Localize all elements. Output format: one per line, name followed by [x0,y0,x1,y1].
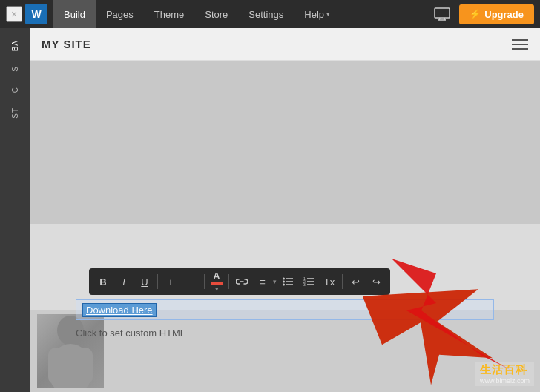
toolbar-divider-3 [228,274,229,289]
svg-point-6 [283,281,285,283]
svg-point-8 [283,284,285,286]
align-button[interactable]: ≡ [253,271,272,292]
toolbar-divider-1 [157,274,158,289]
sidebar-tab-s[interactable]: S [8,60,22,78]
nav-items: Build Pages Theme Store Settings Help ▾ [53,0,428,28]
content-area: BA S C ST MY SITE B I U + − [0,28,540,392]
canvas-image [37,314,104,388]
watermark: 生活百科 www.bimeiz.com [475,362,534,386]
svg-point-4 [283,278,285,280]
formatting-toolbar: B I U + − A ▾ ≡ [89,268,390,295]
nav-item-build[interactable]: Build [53,0,96,28]
align-dropdown-arrow: ▾ [273,278,277,285]
list-ordered-button[interactable]: 1. 2. 3. [299,271,318,292]
toolbar-divider-4 [342,274,343,289]
site-header: MY SITE [30,28,540,61]
clear-format-button[interactable]: Tx [320,271,339,292]
left-sidebar: BA S C ST [0,28,30,392]
font-size-increase-button[interactable]: + [161,271,180,292]
nav-right: ⚡ Upgrade [431,3,534,25]
watermark-text: 生活百科 [480,363,530,377]
svg-rect-18 [48,348,93,385]
main-canvas: MY SITE B I U + − A [30,28,540,392]
sidebar-tab-ba[interactable]: BA [8,34,22,57]
nav-item-help[interactable]: Help ▾ [294,0,340,28]
underline-button[interactable]: U [135,271,154,292]
toolbar-divider-2 [204,274,205,289]
top-nav-bar: × W Build Pages Theme Store Settings Hel… [0,0,540,28]
color-dropdown-arrow: ▾ [215,285,219,293]
canvas-body: B I U + − A ▾ ≡ [30,61,540,392]
svg-text:3.: 3. [303,282,306,286]
bold-button[interactable]: B [93,271,113,292]
sidebar-tab-st[interactable]: ST [8,102,22,124]
download-link[interactable]: Download Here [82,303,157,317]
link-button[interactable] [232,271,251,292]
nav-item-store[interactable]: Store [194,0,238,28]
font-color-button[interactable]: A ▾ [208,270,225,293]
sidebar-tab-c[interactable]: C [8,81,22,99]
svg-rect-0 [435,8,450,18]
upgrade-icon: ⚡ [470,9,481,19]
canvas-grey-top [30,61,540,224]
nav-item-pages[interactable]: Pages [96,0,144,28]
upgrade-button[interactable]: ⚡ Upgrade [459,4,534,24]
help-dropdown-arrow: ▾ [326,10,330,18]
logo: W [25,4,47,24]
custom-html-label: Click to set custom HTML [76,328,185,339]
monitor-button[interactable] [431,3,453,25]
nav-item-theme[interactable]: Theme [144,0,194,28]
list-unordered-button[interactable] [278,271,297,292]
site-title: MY SITE [42,38,91,50]
italic-button[interactable]: I [114,271,134,292]
watermark-sub: www.bimeiz.com [480,377,530,385]
hamburger-menu[interactable] [512,39,528,50]
align-dropdown[interactable]: ≡ ▾ [253,271,277,292]
font-size-decrease-button[interactable]: − [182,271,201,292]
font-color-indicator [211,282,223,285]
close-button[interactable]: × [6,6,22,22]
nav-item-settings[interactable]: Settings [238,0,294,28]
